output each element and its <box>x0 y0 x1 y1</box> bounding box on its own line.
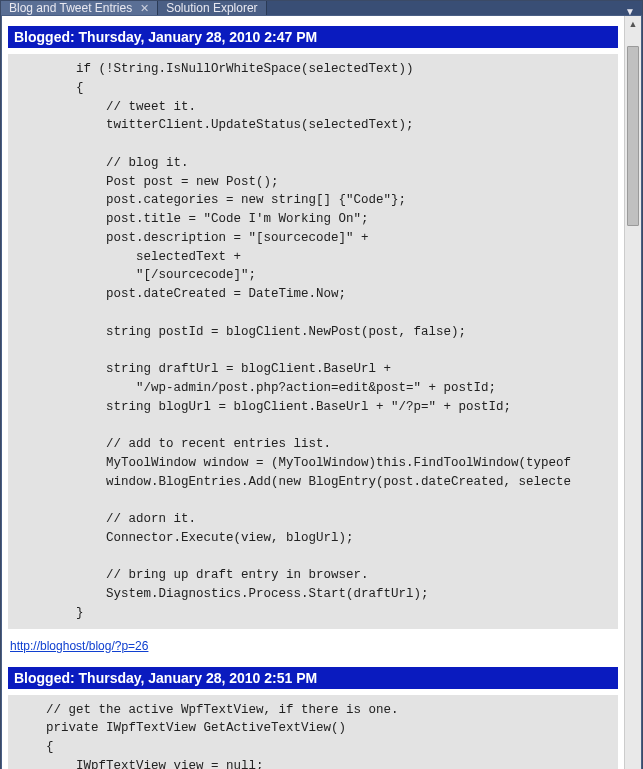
blog-entry-link[interactable]: http://bloghost/blog/?p=26 <box>10 639 148 653</box>
document-well: Blogged: Thursday, January 28, 2010 2:47… <box>1 15 642 769</box>
blog-entry-header: Blogged: Thursday, January 28, 2010 2:47… <box>8 26 618 48</box>
vertical-scroll-thumb[interactable] <box>627 46 639 226</box>
tab-label: Solution Explorer <box>166 1 257 15</box>
tab-solution-explorer[interactable]: Solution Explorer <box>158 1 266 15</box>
tab-blog-and-tweet-entries[interactable]: Blog and Tweet Entries ✕ <box>1 1 158 15</box>
document-tabbar: Blog and Tweet Entries ✕ Solution Explor… <box>1 1 642 15</box>
scroll-up-arrow-icon[interactable]: ▲ <box>625 16 641 32</box>
blog-entry-header: Blogged: Thursday, January 28, 2010 2:51… <box>8 667 618 689</box>
code-block[interactable]: if (!String.IsNullOrWhiteSpace(selectedT… <box>8 54 618 629</box>
document-content[interactable]: Blogged: Thursday, January 28, 2010 2:47… <box>2 16 624 769</box>
tool-window-frame: Blog and Tweet Entries ✕ Solution Explor… <box>0 0 643 769</box>
vertical-scrollbar[interactable]: ▲ ▼ <box>624 16 641 769</box>
tab-label: Blog and Tweet Entries <box>9 1 132 15</box>
code-block[interactable]: // get the active WpfTextView, if there … <box>8 695 618 770</box>
close-icon[interactable]: ✕ <box>140 2 149 15</box>
